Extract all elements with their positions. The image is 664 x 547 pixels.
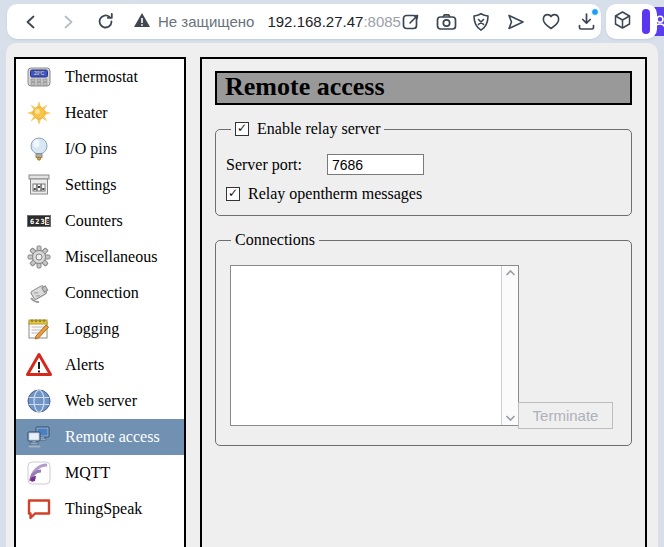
counters-icon: 6238 (25, 208, 52, 235)
thermostat-icon: 20°C (25, 64, 52, 91)
miscellaneous-icon (25, 244, 52, 271)
warning-icon[interactable] (133, 12, 151, 32)
page-title-bar: Remote access (215, 71, 632, 105)
connections-listbox[interactable] (230, 265, 519, 426)
sidebar-item-mqtt[interactable]: MQTT (16, 455, 184, 491)
io-pins-icon (25, 136, 52, 163)
main-panel: Remote access ✓ Enable relay server Serv… (200, 57, 647, 547)
settings-icon (25, 172, 52, 199)
connection-icon (25, 280, 52, 307)
shield-x-icon[interactable] (471, 11, 492, 32)
sidebar-item-label: Counters (65, 212, 123, 230)
relay-server-fieldset: ✓ Enable relay server Server port: ✓ Rel… (215, 120, 632, 216)
svg-text:20°C: 20°C (33, 71, 44, 76)
sidebar-item-logging[interactable]: Logging (16, 311, 184, 347)
server-port-input[interactable] (327, 154, 424, 175)
page-title: Remote access (225, 74, 385, 100)
camera-icon[interactable] (436, 11, 457, 32)
back-icon[interactable] (21, 12, 41, 32)
heater-icon (25, 100, 52, 127)
forward-icon[interactable] (58, 12, 78, 32)
logging-icon (25, 316, 52, 343)
sidebar-item-web-server[interactable]: Web server (16, 383, 184, 419)
browser-chrome: Не защищено 192.168.27.47:8085 (0, 0, 664, 43)
relay-messages-label: Relay opentherm messages (248, 185, 422, 203)
relay-messages-checkbox[interactable]: ✓ (226, 187, 240, 201)
send-icon[interactable] (506, 11, 527, 32)
listbox-scrollbar[interactable] (501, 266, 518, 425)
reload-icon[interactable] (95, 12, 115, 32)
web-page: 20°C Thermostat Heater I/O pins Settings (6, 43, 658, 547)
web-server-icon (25, 388, 52, 415)
mqtt-icon (25, 460, 52, 487)
sidebar-item-label: Heater (65, 104, 108, 122)
connections-list[interactable] (231, 266, 501, 425)
server-port-label: Server port: (226, 156, 327, 174)
sidebar-item-remote-access[interactable]: Remote access (16, 419, 184, 455)
svg-text:3: 3 (40, 218, 44, 226)
sidebar-item-heater[interactable]: Heater (16, 95, 184, 131)
sidebar-item-label: I/O pins (65, 140, 117, 158)
alerts-icon (25, 352, 52, 379)
sidebar-item-counters[interactable]: 6238 Counters (16, 203, 184, 239)
sidebar-item-miscellaneous[interactable]: Miscellaneous (16, 239, 184, 275)
connections-fieldset: Connections Terminate (215, 231, 632, 446)
sidebar-item-label: MQTT (65, 464, 110, 482)
url-text[interactable]: 192.168.27.47:8085 (267, 13, 400, 30)
svg-text:2: 2 (35, 218, 39, 226)
sidebar-item-label: Thermostat (65, 68, 138, 86)
sidebar-item-label: Miscellaneous (65, 248, 157, 266)
sidebar-item-connection[interactable]: Connection (16, 275, 184, 311)
enable-relay-server-checkbox[interactable]: ✓ (235, 122, 249, 136)
edit-icon[interactable] (401, 11, 422, 32)
sidebar-item-alerts[interactable]: Alerts (16, 347, 184, 383)
download-icon[interactable] (576, 11, 597, 32)
heart-icon[interactable] (541, 11, 562, 32)
remote-access-icon (25, 424, 52, 451)
thingspeak-icon (25, 496, 52, 523)
sidebar-item-io-pins[interactable]: I/O pins (16, 131, 184, 167)
sidebar-item-label: Remote access (65, 428, 160, 446)
sidebar-item-label: Web server (65, 392, 137, 410)
sidebar-item-label: ThingSpeak (65, 500, 142, 518)
security-warning[interactable]: Не защищено (158, 13, 254, 30)
scroll-down-icon[interactable] (505, 414, 516, 422)
cube-icon[interactable] (613, 10, 632, 34)
terminate-button[interactable]: Terminate (518, 402, 613, 429)
connections-legend: Connections (231, 231, 319, 249)
svg-text:6: 6 (30, 218, 34, 226)
scroll-up-icon[interactable] (505, 269, 516, 277)
sidebar-item-label: Connection (65, 284, 139, 302)
sidebar-item-settings[interactable]: Settings (16, 167, 184, 203)
sidebar-item-label: Settings (65, 176, 117, 194)
sidebar-item-label: Alerts (65, 356, 104, 374)
download-notification-dot (591, 8, 599, 16)
address-bar[interactable]: Не защищено 192.168.27.47:8085 (7, 4, 601, 39)
sidebar-item-label: Logging (65, 320, 119, 338)
enable-relay-server-label: Enable relay server (257, 120, 380, 138)
sidebar-item-thermostat[interactable]: 20°C Thermostat (16, 59, 184, 95)
svg-text:8: 8 (45, 218, 49, 226)
browser-side-pill (606, 4, 657, 39)
sidebar-item-thingspeak[interactable]: ThingSpeak (16, 491, 184, 527)
sidebar-menu: 20°C Thermostat Heater I/O pins Settings (14, 57, 186, 547)
sidebar-toggle[interactable] (642, 9, 650, 34)
